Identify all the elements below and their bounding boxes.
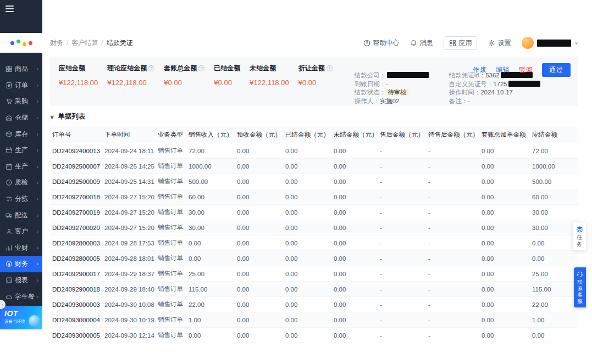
table-row[interactable]: DD240930000032024-09-30 10:08销售订单22.000.… <box>50 297 578 312</box>
cell-unsettled: 0.00 <box>331 205 378 220</box>
cell-account-add: 0.00 <box>479 159 530 174</box>
cell-unsettled: 0.00 <box>331 174 378 189</box>
info-icon[interactable]: ? <box>198 65 204 71</box>
table-row[interactable]: DD240929000182024-09-29 18:40销售订单115.000… <box>50 282 578 297</box>
edit-button[interactable]: 编辑 <box>496 65 510 75</box>
chevron-right-icon: › <box>37 115 40 121</box>
info-icon[interactable]: ? <box>148 65 154 71</box>
user-name-redacted <box>537 40 571 47</box>
cell-account-add: 0.00 <box>479 220 530 236</box>
production-calendar-icon <box>5 163 13 170</box>
cell-account-add: 0.00 <box>479 236 530 251</box>
cell-order-no: DD24092800003 <box>50 236 102 251</box>
cell-unsettled: 0.00 <box>331 159 378 174</box>
cell-sales-income: 30.00 <box>186 205 235 220</box>
bell-icon <box>410 40 417 47</box>
cell-aftersale: - <box>378 266 426 282</box>
apps-button[interactable]: 应用 <box>444 36 477 50</box>
cell-sales-income: 72.00 <box>186 143 235 159</box>
sidebar-item-reports[interactable]: 报表› <box>0 272 42 289</box>
reject-button[interactable]: 驳回 <box>519 65 533 75</box>
sidebar-item-quality[interactable]: 质检› <box>0 175 42 191</box>
cell-sales-income: 25.00 <box>186 266 235 282</box>
sidebar-item-customers[interactable]: 客户› <box>0 223 42 240</box>
column-header-order-no: 订单号 <box>50 126 102 143</box>
column-header-payable: 应结金额 <box>530 126 578 143</box>
logo[interactable] <box>0 33 42 53</box>
table-row[interactable]: DD240927000192024-09-27 15:20销售订单30.000.… <box>50 205 578 220</box>
table-row[interactable]: DD240930000042024-09-30 10:19销售订单1.000.0… <box>50 312 578 328</box>
sidebar-item-label: 订单 <box>15 81 28 90</box>
cell-pending-aftersale: - <box>426 189 479 205</box>
sidebar-item-label: 生产 <box>15 162 28 171</box>
sidebar-item-label: 财务 <box>15 259 28 268</box>
sidebar-menu: 商品›订单›采购›仓储›库存›生产›生产›质检›分拣›配送›客户›业财›财务›报… <box>0 61 42 305</box>
sidebar-item-procurement[interactable]: 采购› <box>0 93 42 110</box>
sidebar-item-finance[interactable]: 财务› <box>0 256 42 272</box>
messages-button[interactable]: 消息 <box>410 38 433 48</box>
sidebar-item-delivery[interactable]: 配送› <box>0 207 42 223</box>
amount-label: 已结金额 <box>214 64 240 73</box>
table-row[interactable]: DD240925000092024-09-25 14:31销售订单500.000… <box>50 174 578 189</box>
menu-toggle-icon[interactable] <box>5 5 14 12</box>
tasks-label: 任务 <box>576 234 583 248</box>
column-header-biz-type: 业务类型 <box>156 126 186 143</box>
info-field: 自定义凭证号：1725 <box>449 80 565 89</box>
chevron-right-icon: › <box>37 294 40 300</box>
cell-order-time: 2024-09-29 18:37 <box>102 266 156 282</box>
cell-aftersale: - <box>378 236 426 251</box>
info-label: 备注： <box>449 98 468 104</box>
help-center-button[interactable]: 帮助中心 <box>363 38 399 48</box>
sidebar-item-biz-finance[interactable]: 业财› <box>0 240 42 256</box>
cell-pending-aftersale: - <box>426 174 479 189</box>
amount-block-2: 套账总金额 ?¥0.00 <box>164 64 204 102</box>
table-row[interactable]: DD240928000052024-09-28 18:01销售订单0.000.0… <box>50 251 578 266</box>
sidebar-item-student-meals[interactable]: 学生餐› <box>0 288 42 305</box>
cell-prepaid: 0.00 <box>235 205 283 220</box>
table-row[interactable]: DD240924000132024-09-24 18:11销售订单72.000.… <box>50 143 578 159</box>
table-row[interactable]: DD240927000182024-09-27 15:20销售订单60.000.… <box>50 189 578 205</box>
cell-account-add: 0.00 <box>479 189 530 205</box>
table-row[interactable]: DD240925000072024-09-25 14:25销售订单1000.00… <box>50 159 578 174</box>
cell-order-no: DD24093000005 <box>50 328 102 343</box>
cell-payable: 115.00 <box>530 282 578 297</box>
table-row[interactable]: DD240928000032024-09-28 17:53销售订单0.000.0… <box>50 236 578 251</box>
cell-order-no: DD24093000003 <box>50 297 102 312</box>
user-menu[interactable]: ∨ <box>522 37 578 49</box>
logo-dot <box>16 40 20 43</box>
table-row[interactable]: DD240927000202024-09-27 15:20销售订单30.000.… <box>50 220 578 236</box>
cell-settled: 0.00 <box>283 266 331 282</box>
chevron-right-icon: › <box>37 261 40 267</box>
logo-dot <box>29 41 32 45</box>
sidebar-item-label: 配送 <box>15 211 28 220</box>
cell-payable: 1.00 <box>530 312 578 328</box>
table-row[interactable]: DD240929000172024-09-29 18:37销售订单25.000.… <box>50 266 578 282</box>
cell-sales-income: 0.00 <box>186 251 235 266</box>
cell-unsettled: 0.00 <box>331 189 378 205</box>
sidebar-item-goods[interactable]: 商品› <box>0 61 42 77</box>
cell-order-time: 2024-09-30 12:14 <box>102 328 156 343</box>
logo-dot <box>10 41 14 45</box>
contact-support-widget[interactable]: 联系客服 <box>574 267 586 307</box>
sidebar-item-sorting[interactable]: 分拣› <box>0 191 42 208</box>
tasks-widget[interactable]: 任务 <box>573 222 586 250</box>
iot-widget[interactable]: IOT 设备与环境 <box>0 306 42 329</box>
info-icon[interactable]: ? <box>327 65 333 71</box>
table-body: DD240924000132024-09-24 18:11销售订单72.000.… <box>50 143 578 343</box>
cell-pending-aftersale: - <box>426 236 479 251</box>
sidebar-item-production-2[interactable]: 生产› <box>0 159 42 175</box>
sidebar-item-orders[interactable]: 订单› <box>0 77 42 94</box>
table-row[interactable]: DD240930000052024-09-30 12:14销售订单0.000.0… <box>50 328 578 343</box>
amount-block-0: 应结金额¥122,118.00 <box>59 64 98 102</box>
sidebar-item-production-1[interactable]: 生产› <box>0 142 42 159</box>
cell-prepaid: 0.00 <box>235 220 283 236</box>
void-button[interactable]: 作废 <box>473 65 487 75</box>
apps-grid-icon <box>449 40 456 47</box>
sidebar-item-inventory[interactable]: 库存› <box>0 126 42 142</box>
documents-section-header[interactable]: ∨ 单据列表 <box>50 112 578 121</box>
settings-button[interactable]: 设置 <box>488 38 511 48</box>
breadcrumb-item-finance[interactable]: 财务 <box>50 38 63 48</box>
approve-button[interactable]: 通过 <box>542 63 571 77</box>
sidebar-item-warehouse[interactable]: 仓储› <box>0 110 42 126</box>
breadcrumb-item-customer-settlement[interactable]: 客户结算 <box>71 38 98 48</box>
